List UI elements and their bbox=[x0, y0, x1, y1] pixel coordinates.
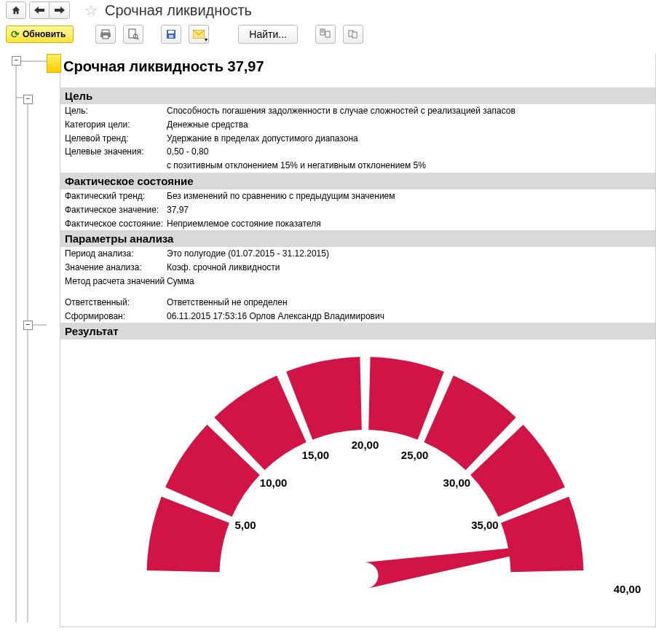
period-label: Период анализа: bbox=[65, 248, 167, 260]
responsible-value: Ответственный не определен bbox=[167, 297, 651, 309]
forward-button[interactable] bbox=[50, 1, 70, 19]
goal-value: Способность погашения задолженности в сл… bbox=[167, 105, 651, 117]
tree-toggle-goal[interactable]: − bbox=[23, 95, 33, 104]
actual-value-value: 37,97 bbox=[167, 204, 651, 216]
period-value: Это полугодие (01.07.2015 - 31.12.2015) bbox=[167, 248, 651, 260]
active-row-marker bbox=[47, 54, 61, 73]
report-title: Срочная ликвидность 37,97 bbox=[60, 54, 655, 80]
outline-tree: − − − bbox=[4, 54, 60, 627]
target-values-value: 0,50 - 0,80 bbox=[167, 146, 651, 158]
chevron-down-icon: ▾ bbox=[205, 36, 208, 43]
target-values-label: Целевые значения: bbox=[65, 146, 167, 158]
analysis-label: Значение анализа: bbox=[65, 262, 167, 274]
section-header-result: Результат bbox=[60, 323, 655, 339]
svg-rect-8 bbox=[169, 35, 173, 38]
collapse-groups-button[interactable] bbox=[343, 25, 363, 44]
refresh-icon: ⟳ bbox=[11, 28, 20, 40]
find-button-label: Найти... bbox=[249, 28, 287, 40]
home-button[interactable] bbox=[6, 1, 26, 19]
svg-rect-2 bbox=[103, 35, 108, 39]
gauge-tick-label: 15,00 bbox=[302, 449, 330, 461]
back-button[interactable] bbox=[29, 1, 50, 19]
category-value: Денежные средства bbox=[167, 119, 651, 131]
gauge-tick-label: 5,00 bbox=[234, 519, 256, 531]
tree-toggle-result[interactable]: − bbox=[23, 321, 33, 330]
gauge-tick-label: 10,00 bbox=[260, 476, 288, 489]
find-button[interactable]: Найти... bbox=[238, 25, 298, 44]
responsible-label: Ответственный: bbox=[65, 297, 167, 309]
print-preview-button[interactable] bbox=[123, 25, 143, 44]
category-label: Категория цели: bbox=[65, 119, 167, 131]
gauge-tick-label: 35,00 bbox=[471, 519, 499, 531]
actual-state-value: Неприемлемое состояние показателя bbox=[167, 218, 651, 230]
favorite-star-icon[interactable]: ☆ bbox=[77, 1, 102, 19]
section-header-params: Параметры анализа bbox=[60, 230, 655, 247]
tree-toggle-root[interactable]: − bbox=[12, 56, 21, 66]
target-trend-label: Целевой тренд: bbox=[65, 133, 167, 145]
svg-rect-11 bbox=[325, 31, 330, 37]
target-values-value2: с позитивным отклонением 15% и негативны… bbox=[167, 160, 651, 172]
save-button[interactable] bbox=[161, 25, 181, 44]
email-button[interactable]: ▾ bbox=[189, 25, 209, 44]
gauge-tick-label: 20,00 bbox=[352, 439, 379, 451]
actual-trend-value: Без изменений по сравнению с предыдущим … bbox=[167, 190, 651, 203]
svg-line-5 bbox=[137, 38, 138, 39]
expand-groups-button[interactable] bbox=[315, 25, 336, 44]
print-button[interactable] bbox=[95, 25, 116, 44]
actual-value-label: Фактическое значение: bbox=[65, 204, 167, 216]
goal-label: Цель: bbox=[65, 105, 167, 117]
refresh-button[interactable]: ⟳ Обновить bbox=[6, 25, 74, 43]
gauge-tick-label: 40,00 bbox=[614, 583, 641, 595]
svg-rect-3 bbox=[129, 29, 135, 38]
refresh-button-label: Обновить bbox=[23, 29, 66, 39]
gauge-chart: 5,0010,0015,0020,0025,0030,0035,0040,00 bbox=[65, 342, 651, 619]
section-header-goal: Цель bbox=[60, 87, 655, 104]
method-value: Сумма bbox=[167, 275, 651, 288]
actual-trend-label: Фактический тренд: bbox=[65, 190, 167, 203]
analysis-value: Коэф. срочной ликвидности bbox=[167, 262, 651, 274]
formed-value: 06.11.2015 17:53:16 Орлов Александр Влад… bbox=[167, 310, 651, 323]
method-label: Метод расчета значений bbox=[65, 275, 167, 288]
gauge-tick-label: 30,00 bbox=[443, 476, 471, 489]
formed-label: Сформирован: bbox=[65, 310, 167, 323]
section-header-actual: Фактическое состояние bbox=[60, 173, 655, 189]
actual-state-label: Фактическое состояние: bbox=[65, 218, 167, 230]
svg-rect-15 bbox=[352, 32, 357, 38]
svg-rect-0 bbox=[102, 30, 109, 33]
page-title: Срочная ликвидность bbox=[105, 2, 252, 19]
svg-rect-7 bbox=[168, 31, 174, 34]
target-trend-value: Удержание в пределах допустимого диапазо… bbox=[167, 133, 651, 145]
gauge-tick-label: 25,00 bbox=[401, 449, 429, 461]
